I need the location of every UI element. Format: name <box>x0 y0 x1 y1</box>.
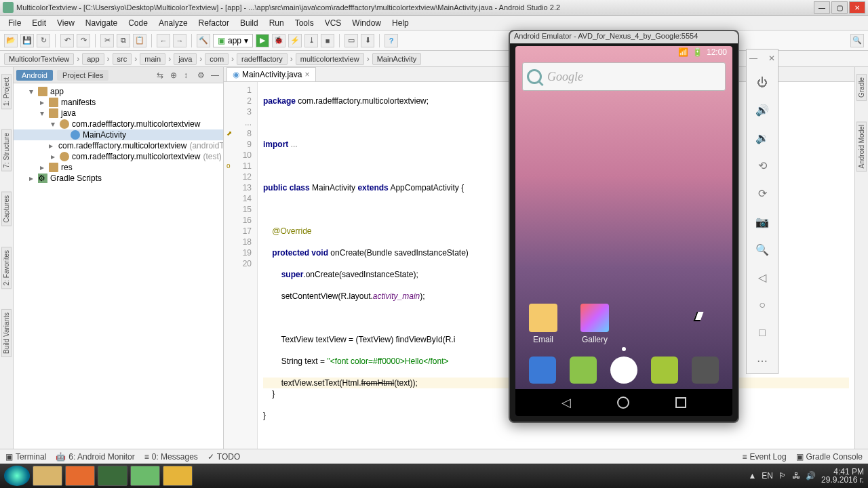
sdk-manager-icon[interactable]: ⬇ <box>361 34 374 47</box>
close-button[interactable]: ✕ <box>849 1 865 14</box>
menu-file[interactable]: File <box>3 17 26 29</box>
home-nav-icon[interactable]: ○ <box>753 297 771 314</box>
tab-android[interactable]: Android <box>16 70 53 81</box>
more-icon[interactable]: ⋯ <box>753 352 771 369</box>
dock-phone-icon[interactable] <box>529 357 556 384</box>
tab-project-files[interactable]: Project Files <box>57 70 109 81</box>
tab-messages[interactable]: ≡0: Messages <box>144 452 198 462</box>
start-button[interactable] <box>4 466 30 486</box>
run-config-selector[interactable]: ▣app▾ <box>213 34 253 47</box>
app-email[interactable]: Email <box>525 304 561 344</box>
rotate-left-icon[interactable]: ⟲ <box>753 157 771 174</box>
emulator-screen[interactable]: 📶 🔋 12:00 Google Email Gallery ◁ <box>515 46 732 416</box>
sidebar-tab-structure[interactable]: 7: Structure <box>1 129 12 171</box>
menu-vcs[interactable]: VCS <box>319 17 347 29</box>
dock-android-icon[interactable] <box>651 357 678 384</box>
nav-home-icon[interactable] <box>617 396 629 409</box>
tab-gradle-console[interactable]: ▣Gradle Console <box>796 452 863 462</box>
forward-icon[interactable]: → <box>173 34 186 47</box>
breadcrumb-item[interactable]: src <box>113 53 132 65</box>
rotate-right-icon[interactable]: ⟳ <box>753 185 771 202</box>
tree-node-mainactivity[interactable]: MainActivity <box>14 129 223 140</box>
tab-android-monitor[interactable]: 🤖6: Android Monitor <box>56 452 134 462</box>
maximize-button[interactable]: ▢ <box>831 1 848 14</box>
sort-icon[interactable]: ↕ <box>184 70 193 80</box>
dock-apps-icon[interactable] <box>610 357 637 384</box>
taskbar-android-studio-icon[interactable] <box>98 466 127 486</box>
sidebar-tab-build-variants[interactable]: Build Variants <box>1 309 12 357</box>
cut-icon[interactable]: ✂ <box>100 34 114 47</box>
menu-edit[interactable]: Edit <box>26 17 52 29</box>
run-icon[interactable]: ▶ <box>256 34 269 47</box>
taskbar-chrome-icon[interactable] <box>163 466 193 486</box>
sidebar-tab-favorites[interactable]: 2: Favorites <box>1 247 12 289</box>
tree-node-app[interactable]: ▾app <box>14 86 223 97</box>
taskbar-clock[interactable]: 4:41 PM 29.9.2016 г. <box>821 468 864 484</box>
google-search-widget[interactable]: Google <box>522 62 726 91</box>
tray-volume-icon[interactable]: 🔊 <box>806 471 816 481</box>
tree-node-package-test[interactable]: ▸com.radefffactory.multicolortextview (t… <box>14 151 223 162</box>
menu-view[interactable]: View <box>52 17 80 29</box>
attach-debugger-icon[interactable]: ⤓ <box>304 34 318 47</box>
tab-terminal[interactable]: ▣Terminal <box>5 452 46 462</box>
menu-tools[interactable]: Tools <box>290 17 319 29</box>
dock-messaging-icon[interactable] <box>570 357 597 384</box>
menu-build[interactable]: Build <box>235 17 264 29</box>
target-icon[interactable]: ⊕ <box>170 70 180 80</box>
breadcrumb-item[interactable]: main <box>140 53 165 65</box>
tray-up-icon[interactable]: ▲ <box>748 471 756 481</box>
emulator-close-icon[interactable]: ✕ <box>768 54 775 63</box>
system-tray[interactable]: ▲ EN 🏳 🖧 🔊 4:41 PM 29.9.2016 г. <box>748 468 864 484</box>
breadcrumb-item[interactable]: com <box>205 53 229 65</box>
taskbar-app-icon[interactable] <box>130 466 160 486</box>
redo-icon[interactable]: ↷ <box>77 34 90 47</box>
copy-icon[interactable]: ⧉ <box>117 34 130 47</box>
app-gallery[interactable]: Gallery <box>576 304 613 344</box>
menu-run[interactable]: Run <box>264 17 290 29</box>
override-marker-icon[interactable]: o <box>226 161 231 171</box>
volume-up-icon[interactable]: 🔊 <box>753 102 771 119</box>
help-icon[interactable]: ? <box>384 34 398 47</box>
emulator-minimize-icon[interactable]: — <box>749 54 757 63</box>
tree-node-res[interactable]: ▸res <box>14 162 223 173</box>
project-tree[interactable]: ▾app ▸manifests ▾java ▾com.radefffactory… <box>14 83 223 450</box>
taskbar-firefox-icon[interactable] <box>65 466 95 486</box>
make-icon[interactable]: 🔨 <box>197 34 210 47</box>
breadcrumb-item[interactable]: app <box>82 53 104 65</box>
back-nav-icon[interactable]: ◁ <box>753 269 771 286</box>
tree-node-manifests[interactable]: ▸manifests <box>14 97 223 108</box>
zoom-icon[interactable]: 🔍 <box>753 241 771 258</box>
sync-icon[interactable]: ↻ <box>37 34 50 47</box>
minimize-button[interactable]: — <box>814 1 830 14</box>
language-indicator[interactable]: EN <box>762 471 773 481</box>
menu-refactor[interactable]: Refactor <box>193 17 235 29</box>
tab-todo[interactable]: ✓TODO <box>208 452 240 462</box>
tree-node-gradle-scripts[interactable]: ▸⚙Gradle Scripts <box>14 173 223 184</box>
sidebar-tab-android-model[interactable]: Android Model <box>856 121 867 171</box>
apply-changes-icon[interactable]: ⚡ <box>288 34 302 47</box>
sidebar-tab-gradle[interactable]: Gradle <box>856 74 867 101</box>
taskbar-explorer-icon[interactable] <box>33 466 62 486</box>
breadcrumb-item[interactable]: java <box>174 53 197 65</box>
menu-analyze[interactable]: Analyze <box>153 17 193 29</box>
screenshot-icon[interactable]: 📷 <box>753 213 771 230</box>
sidebar-tab-captures[interactable]: Captures <box>1 192 12 226</box>
editor-tab-mainactivity[interactable]: ◉ MainActivity.java × <box>226 67 316 81</box>
tree-node-java[interactable]: ▾java <box>14 108 223 119</box>
menu-navigate[interactable]: Navigate <box>80 17 123 29</box>
undo-icon[interactable]: ↶ <box>60 34 74 47</box>
menu-code[interactable]: Code <box>123 17 153 29</box>
close-tab-icon[interactable]: × <box>304 70 309 79</box>
breadcrumb-item[interactable]: MulticolorTextview <box>4 53 74 65</box>
tree-node-package-androidtest[interactable]: ▸com.radefffactory.multicolortextview (a… <box>14 140 223 151</box>
override-marker-icon[interactable]: ⬈ <box>226 128 232 139</box>
breadcrumb-item[interactable]: multicolortextview <box>296 53 364 65</box>
volume-down-icon[interactable]: 🔉 <box>753 129 771 146</box>
power-icon[interactable]: ⏻ <box>753 74 771 91</box>
overview-nav-icon[interactable]: □ <box>753 325 771 342</box>
dock-camera-icon[interactable] <box>692 357 719 384</box>
sidebar-tab-project[interactable]: 1: Project <box>1 74 12 109</box>
save-icon[interactable]: 💾 <box>20 34 34 47</box>
menu-window[interactable]: Window <box>347 17 387 29</box>
search-everywhere-icon[interactable]: 🔍 <box>850 34 864 47</box>
